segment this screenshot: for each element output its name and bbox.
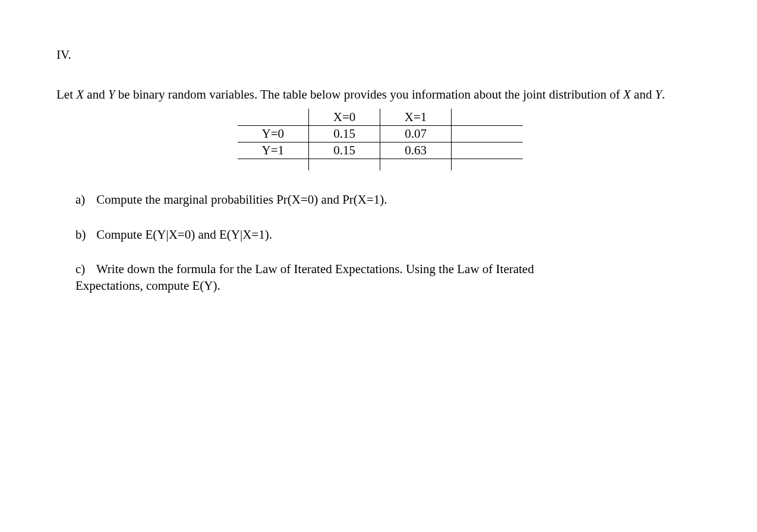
table-cell-y1x1: 0.63 — [380, 142, 452, 159]
table-header-empty — [238, 109, 309, 125]
question-b: b) Compute E(Y|X=0) and E(Y|X=1). — [75, 226, 704, 243]
joint-distribution-table: X=0 X=1 Y=0 0.15 0.07 Y=1 0.15 0.63 — [238, 109, 523, 170]
intro-var-y: Y — [108, 87, 115, 102]
table-cell-y0x0: 0.15 — [309, 125, 380, 142]
question-c: c) Write down the formula for the Law of… — [75, 261, 704, 294]
table-stub-row — [238, 159, 523, 170]
intro-paragraph: Let X and Y be binary random variables. … — [56, 86, 704, 103]
table-row-label-y0: Y=0 — [238, 125, 309, 142]
intro-mid2: be binary random variables. The table be… — [115, 87, 623, 102]
table-cell-y1x0: 0.15 — [309, 142, 380, 159]
section-number: IV. — [56, 48, 704, 62]
table-stub-rowhead — [238, 159, 309, 170]
intro-var-x2: X — [623, 87, 631, 102]
table-row: Y=0 0.15 0.07 — [238, 125, 523, 142]
question-b-text: Compute E(Y|X=0) and E(Y|X=1). — [96, 227, 272, 242]
questions-list: a) Compute the marginal probabilities Pr… — [56, 191, 704, 294]
table-header-row: X=0 X=1 — [238, 109, 523, 125]
table-header-tail — [452, 109, 523, 125]
table-stub-c2 — [309, 159, 380, 170]
intro-prefix: Let — [56, 87, 76, 102]
table-header-x0: X=0 — [309, 109, 380, 125]
question-a-text: Compute the marginal probabilities Pr(X=… — [96, 192, 387, 207]
table-row: Y=1 0.15 0.63 — [238, 142, 523, 159]
table-stub-c3 — [380, 159, 452, 170]
table-header-x1: X=1 — [380, 109, 452, 125]
question-c-text-line1: Write down the formula for the Law of It… — [96, 262, 534, 276]
question-c-text-line2: Expectations, compute E(Y). — [75, 277, 704, 294]
intro-var-x: X — [76, 87, 84, 102]
joint-distribution-table-wrap: X=0 X=1 Y=0 0.15 0.07 Y=1 0.15 0.63 — [56, 109, 704, 170]
intro-var-y2: Y — [655, 87, 662, 102]
table-cell-y0-tail — [452, 125, 523, 142]
table-row-label-y1: Y=1 — [238, 142, 309, 159]
question-b-label: b) — [75, 226, 93, 243]
table-stub-c4 — [452, 159, 523, 170]
intro-mid3: and — [631, 87, 655, 102]
table-cell-y1-tail — [452, 142, 523, 159]
question-c-label: c) — [75, 261, 93, 277]
table-cell-y0x1: 0.07 — [380, 125, 452, 142]
intro-suffix: . — [662, 87, 665, 102]
question-a: a) Compute the marginal probabilities Pr… — [75, 191, 704, 208]
question-a-label: a) — [75, 191, 93, 208]
intro-mid1: and — [84, 87, 108, 102]
